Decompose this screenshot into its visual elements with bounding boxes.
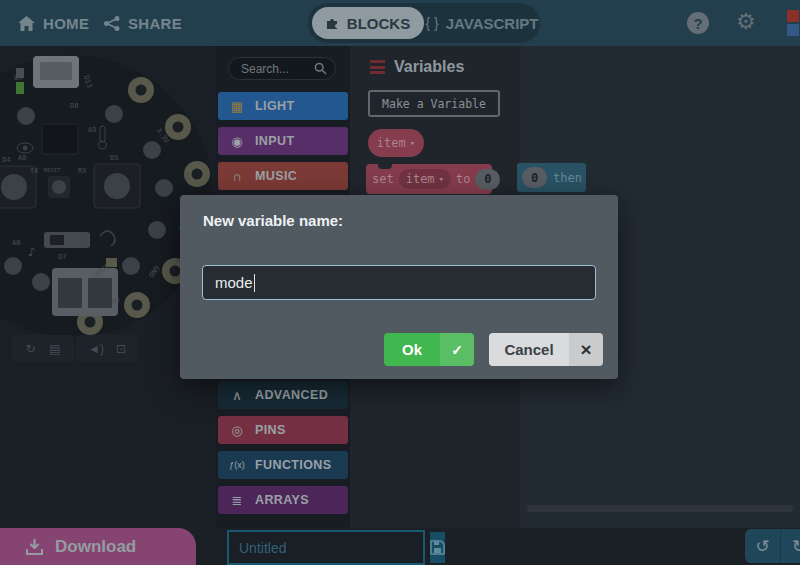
dialog-title: New variable name: <box>203 212 343 229</box>
text-cursor <box>254 274 255 292</box>
variable-name-value: mode <box>215 274 253 291</box>
ok-button[interactable]: Ok ✓ <box>384 333 474 366</box>
new-variable-dialog: New variable name: mode Ok ✓ Cancel × <box>180 195 618 379</box>
close-icon: × <box>569 333 603 366</box>
check-icon: ✓ <box>440 333 474 366</box>
cancel-button[interactable]: Cancel × <box>489 333 603 366</box>
variable-name-input[interactable]: mode <box>202 265 596 300</box>
